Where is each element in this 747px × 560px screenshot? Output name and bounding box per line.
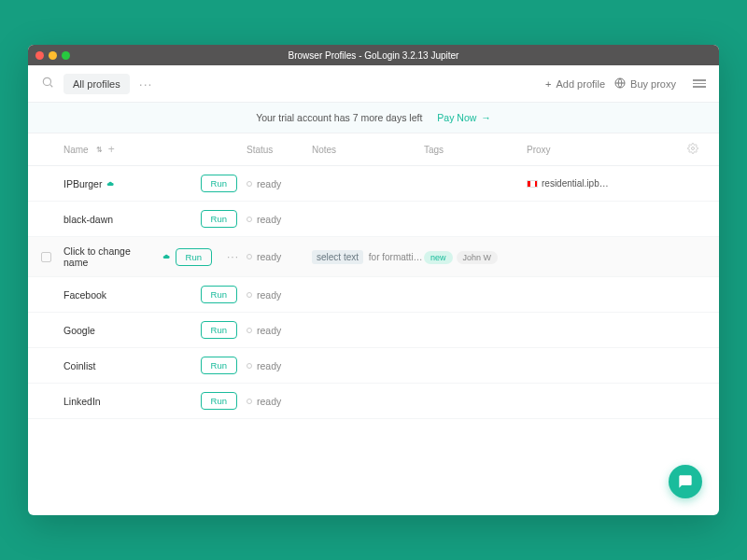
status-dot-icon <box>247 292 252 298</box>
run-button[interactable]: Run <box>201 321 237 339</box>
cloud-icon <box>106 180 114 188</box>
column-status[interactable]: Status <box>247 145 312 155</box>
proxy-cell[interactable]: residential.ipb… <box>527 178 687 189</box>
note-text: for formatti… <box>366 252 423 262</box>
buy-proxy-button[interactable]: Buy proxy <box>614 77 676 91</box>
add-column-icon[interactable]: + <box>108 143 115 156</box>
status-dot-icon <box>247 328 252 333</box>
profile-name[interactable]: black-dawn <box>63 214 113 225</box>
table-row[interactable]: black-dawnRunready <box>28 202 719 237</box>
tag-pill[interactable]: new <box>424 251 453 264</box>
table-header: Name ⇅ + Status Notes Tags Proxy <box>28 133 719 166</box>
titlebar: Browser Profiles - GoLogin 3.2.13 Jupite… <box>28 45 719 65</box>
proxy-label: residential.ipb… <box>542 178 609 189</box>
profile-name[interactable]: LinkedIn <box>63 396 101 407</box>
trial-banner: Your trial account has 7 more days left … <box>28 103 719 133</box>
table-row[interactable]: CoinlistRunready <box>28 348 719 384</box>
toolbar: All profiles ··· + Add profile Buy proxy <box>28 65 719 103</box>
run-button[interactable]: Run <box>201 357 237 374</box>
status-cell: ready <box>247 178 312 189</box>
table-body: IPBurgerRunreadyresidential.ipb…black-da… <box>28 166 719 515</box>
status-cell: ready <box>247 251 312 262</box>
svg-point-4 <box>692 147 695 150</box>
status-cell: ready <box>247 289 312 301</box>
run-button[interactable]: Run <box>201 392 237 410</box>
chat-fab-button[interactable] <box>669 465 702 498</box>
run-button[interactable]: Run <box>201 175 237 192</box>
run-button[interactable]: Run <box>176 248 212 266</box>
svg-point-0 <box>43 77 50 85</box>
row-more-icon[interactable]: ··· <box>227 250 239 263</box>
app-window: Browser Profiles - GoLogin 3.2.13 Jupite… <box>28 45 719 515</box>
status-dot-icon <box>247 399 252 404</box>
status-cell: ready <box>247 396 312 407</box>
globe-icon <box>614 77 626 91</box>
column-name[interactable]: Name ⇅ + <box>63 143 247 156</box>
status-dot-icon <box>247 181 252 187</box>
sort-icon: ⇅ <box>96 146 103 154</box>
status-cell: ready <box>247 325 312 336</box>
profile-name[interactable]: IPBurger <box>63 178 102 189</box>
more-filter-icon[interactable]: ··· <box>139 77 153 91</box>
column-notes[interactable]: Notes <box>312 145 424 155</box>
arrow-right-icon: → <box>481 112 491 123</box>
table-row[interactable]: LinkedInRunready <box>28 384 719 419</box>
cloud-icon <box>162 253 170 260</box>
search-icon[interactable] <box>41 76 54 92</box>
column-tags[interactable]: Tags <box>424 145 527 155</box>
column-proxy[interactable]: Proxy <box>527 145 687 155</box>
run-button[interactable]: Run <box>201 286 237 303</box>
profile-name[interactable]: Coinlist <box>63 360 95 371</box>
profile-name[interactable]: Facebook <box>63 289 106 301</box>
note-highlight[interactable]: select text <box>312 250 363 264</box>
add-profile-label: Add profile <box>556 78 605 90</box>
status-cell: ready <box>247 360 312 371</box>
hamburger-menu-icon[interactable] <box>693 79 706 88</box>
flag-icon <box>527 180 538 188</box>
status-cell: ready <box>247 214 312 225</box>
plus-icon: + <box>545 78 551 90</box>
status-dot-icon <box>247 217 252 222</box>
profile-name[interactable]: Click to change name <box>63 245 158 268</box>
buy-proxy-label: Buy proxy <box>630 78 676 90</box>
settings-column-icon[interactable] <box>687 143 706 156</box>
table-row[interactable]: GoogleRunready <box>28 313 719 348</box>
profile-name[interactable]: Google <box>63 325 95 336</box>
trial-message: Your trial account has 7 more days left <box>256 112 422 123</box>
table-row[interactable]: Click to change nameRun···readyselect te… <box>28 237 719 277</box>
row-checkbox[interactable] <box>41 252 51 262</box>
run-button[interactable]: Run <box>201 210 237 228</box>
chat-icon <box>678 474 693 489</box>
window-title: Browser Profiles - GoLogin 3.2.13 Jupite… <box>28 50 719 61</box>
filter-chip-all-profiles[interactable]: All profiles <box>63 74 130 94</box>
pay-now-label: Pay Now <box>437 112 476 123</box>
status-dot-icon <box>247 363 252 369</box>
svg-line-1 <box>50 84 53 87</box>
table-row[interactable]: FacebookRunready <box>28 277 719 313</box>
pay-now-link[interactable]: Pay Now → <box>437 112 491 123</box>
column-name-label: Name <box>63 145 89 155</box>
table-row[interactable]: IPBurgerRunreadyresidential.ipb… <box>28 166 719 202</box>
tag-pill[interactable]: John W <box>457 251 499 264</box>
status-dot-icon <box>247 254 252 259</box>
add-profile-button[interactable]: + Add profile <box>545 78 605 90</box>
